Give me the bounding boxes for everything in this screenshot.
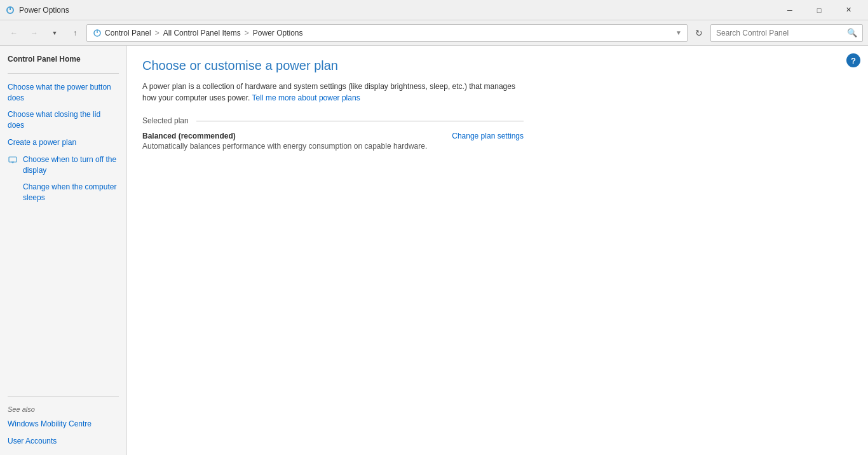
refresh-button[interactable]: ↻ — [690, 24, 708, 42]
sidebar-item-turn-off-display[interactable]: Choose when to turn off the display — [0, 151, 126, 179]
learn-more-link[interactable]: Tell me more about power plans — [252, 93, 360, 102]
address-bar[interactable]: Control Panel > All Control Panel Items … — [86, 24, 688, 42]
sidebar-item-lid[interactable]: Choose what closing the lid does — [0, 106, 126, 134]
change-plan-link[interactable]: Change plan settings — [452, 132, 524, 140]
plan-description: Automatically balances performance with … — [142, 142, 427, 151]
sidebar-spacer — [0, 207, 126, 391]
maximize-button[interactable]: □ — [804, 0, 834, 20]
help-button[interactable]: ? — [846, 53, 860, 67]
plan-row: Balanced (recommended) Automatically bal… — [142, 126, 524, 153]
breadcrumb-sep-1: > — [155, 29, 159, 37]
sidebar-item-power-button[interactable]: Choose what the power button does — [0, 79, 126, 107]
sidebar-divider-2 — [8, 396, 119, 397]
recent-pages-button[interactable]: ▼ — [46, 24, 64, 42]
plan-info: Balanced (recommended) Automatically bal… — [142, 132, 427, 151]
see-also-label: See also — [0, 402, 126, 416]
minimize-button[interactable]: ─ — [775, 0, 804, 20]
navbar: ← → ▼ ↑ Control Panel > All Control Pane… — [0, 20, 868, 46]
window-title: Power Options — [19, 6, 775, 15]
search-input[interactable] — [716, 29, 844, 37]
search-icon[interactable]: 🔍 — [847, 28, 857, 37]
address-icon — [92, 28, 102, 38]
app-icon — [5, 5, 15, 15]
address-dropdown-icon[interactable]: ▼ — [675, 29, 682, 36]
sidebar-item-create-plan[interactable]: Create a power plan — [0, 134, 126, 151]
selected-plan-section: Selected plan Balanced (recommended) Aut… — [142, 116, 524, 153]
breadcrumb-all-items[interactable]: All Control Panel Items — [163, 29, 241, 37]
display-icon — [8, 155, 18, 165]
breadcrumb-control-panel[interactable]: Control Panel — [105, 29, 151, 37]
window-controls: ─ □ ✕ — [775, 0, 863, 20]
plan-divider — [196, 121, 524, 121]
search-box[interactable]: 🔍 — [710, 24, 863, 42]
breadcrumb-current: Power Options — [253, 29, 303, 37]
sidebar-item-mobility-centre[interactable]: Windows Mobility Centre — [0, 416, 126, 433]
sidebar-divider-1 — [8, 73, 119, 74]
selected-plan-label: Selected plan — [142, 116, 524, 125]
svg-rect-4 — [9, 157, 17, 162]
main-layout: Control Panel Home Choose what the power… — [0, 46, 868, 455]
plan-name: Balanced (recommended) — [142, 132, 427, 140]
up-button[interactable]: ↑ — [66, 24, 84, 42]
sleep-icon — [8, 182, 18, 193]
sidebar-item-sleep[interactable]: Change when the computer sleeps — [0, 179, 126, 207]
content-description: A power plan is a collection of hardware… — [142, 81, 524, 104]
sidebar-home[interactable]: Control Panel Home — [0, 51, 126, 68]
forward-button[interactable]: → — [25, 24, 43, 42]
titlebar: Power Options ─ □ ✕ — [0, 0, 868, 20]
sidebar-item-user-accounts[interactable]: User Accounts — [0, 433, 126, 450]
back-button[interactable]: ← — [5, 24, 23, 42]
content-area: ? Choose or customise a power plan A pow… — [127, 46, 868, 455]
breadcrumb-sep-2: > — [245, 29, 249, 37]
page-title: Choose or customise a power plan — [142, 58, 853, 73]
close-button[interactable]: ✕ — [834, 0, 863, 20]
sidebar: Control Panel Home Choose what the power… — [0, 46, 127, 455]
